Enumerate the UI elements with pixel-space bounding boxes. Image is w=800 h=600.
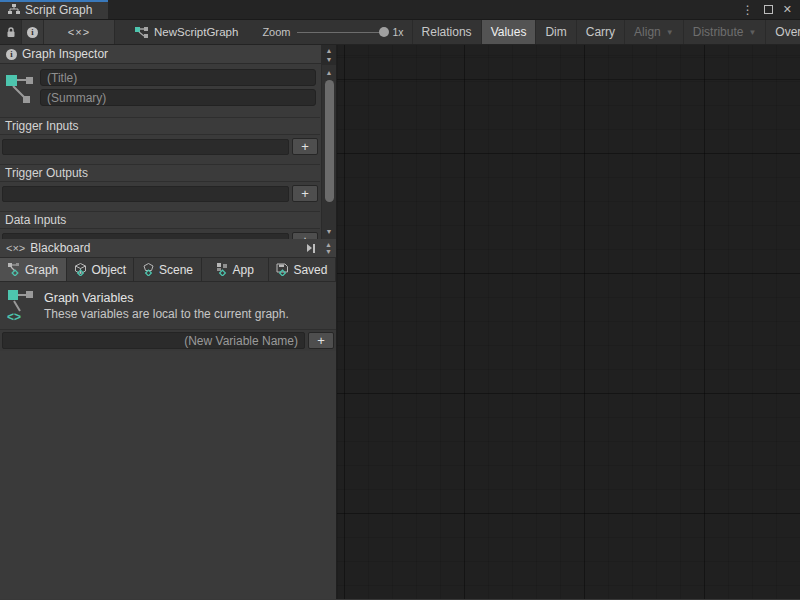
graph-meta-row — [0, 64, 320, 110]
close-icon[interactable]: ✕ — [783, 3, 792, 16]
blackboard-tabs: Graph Object Scene — [0, 258, 336, 282]
blackboard-toggle-button[interactable]: <×> — [44, 20, 115, 44]
maximize-panel-icon[interactable] — [307, 244, 317, 253]
lock-button[interactable] — [0, 20, 22, 44]
align-button[interactable]: Align▼ — [624, 20, 683, 44]
graph-name-group[interactable]: NewScriptGraph — [115, 20, 248, 44]
scroll-down-icon[interactable]: ▼ — [326, 227, 333, 236]
distribute-button[interactable]: Distribute▼ — [683, 20, 766, 44]
tab-object[interactable]: Object — [67, 258, 134, 281]
chevron-down-icon: ▼ — [666, 28, 674, 37]
tab-app[interactable]: App — [202, 258, 269, 281]
scrollbar-thumb[interactable] — [325, 80, 334, 202]
new-variable-name-input[interactable] — [2, 332, 305, 349]
add-trigger-input-button[interactable]: + — [292, 138, 318, 155]
title-field[interactable] — [40, 69, 316, 86]
graph-meta-fields — [40, 69, 316, 106]
cube-icon — [74, 263, 87, 276]
graph-variables-heading: Graph Variables — [44, 291, 289, 305]
trigger-inputs-row: + — [0, 135, 320, 157]
data-inputs-list[interactable] — [2, 233, 289, 240]
zoom-label: Zoom — [262, 26, 290, 38]
titlebar-controls: ⋮ ✕ — [742, 0, 800, 19]
tab-graph[interactable]: Graph — [0, 258, 67, 281]
sidebar: i Graph Inspector — [0, 45, 337, 599]
graph-inspector-panel: i Graph Inspector — [0, 45, 336, 239]
info-icon: i — [27, 27, 38, 38]
chevron-down-icon: ▼ — [748, 28, 756, 37]
toolbar-buttons: Relations Values Dim Carry Align▼ Distri… — [412, 20, 800, 44]
inspector-toggle-button[interactable]: i — [22, 20, 44, 44]
floppy-disk-icon — [276, 263, 289, 276]
blackboard-scroll-arrows[interactable]: ▲▼ — [325, 241, 332, 255]
data-inputs-row: + — [0, 229, 320, 239]
trigger-outputs-list[interactable] — [2, 186, 289, 202]
tab-scene[interactable]: Scene — [134, 258, 201, 281]
zoom-value: 1x — [393, 26, 404, 38]
dim-button[interactable]: Dim — [535, 20, 575, 44]
script-graph-window: Script Graph ⋮ ✕ i <×> NewScriptG — [0, 0, 800, 600]
graph-name-label: NewScriptGraph — [154, 26, 238, 38]
window-menu-icon[interactable]: ⋮ — [742, 3, 754, 17]
graph-variables-text: Graph Variables These variables are loca… — [44, 291, 289, 321]
svg-text:<>: <> — [7, 310, 21, 324]
scene-icon — [142, 263, 155, 276]
zoom-slider-handle[interactable] — [379, 27, 389, 37]
lock-icon — [6, 26, 16, 38]
info-icon: i — [6, 49, 17, 60]
graph-variables-icon: <> — [6, 288, 36, 324]
scroll-mini-arrows[interactable]: ▲▼ — [322, 45, 336, 65]
carry-button[interactable]: Carry — [576, 20, 624, 44]
titlebar: Script Graph ⋮ ✕ — [0, 0, 800, 20]
add-variable-button[interactable]: + — [308, 332, 334, 349]
graph-node-icon — [4, 69, 34, 105]
sitemap-icon — [8, 4, 20, 15]
blackboard-header: <×> Blackboard ▲▼ — [0, 239, 336, 258]
graph-inspector-content: Trigger Inputs + Trigger Outputs + Data … — [0, 64, 320, 239]
graph-tab-icon — [8, 263, 21, 276]
graph-inspector-header: i Graph Inspector — [0, 45, 336, 64]
graph-variables-description: These variables are local to the current… — [44, 307, 289, 321]
trigger-inputs-list[interactable] — [2, 139, 289, 155]
app-icon — [216, 263, 229, 276]
add-data-input-button[interactable]: + — [292, 232, 318, 239]
values-button[interactable]: Values — [481, 20, 536, 44]
add-trigger-output-button[interactable]: + — [292, 185, 318, 202]
overview-button[interactable]: Overview — [765, 20, 800, 44]
trigger-outputs-label: Trigger Outputs — [0, 164, 320, 182]
tab-saved[interactable]: Saved — [269, 258, 336, 281]
variables-icon: <×> — [6, 242, 25, 254]
tab-title: Script Graph — [25, 3, 92, 17]
maximize-icon[interactable] — [764, 5, 773, 14]
graph-asset-icon — [135, 26, 149, 38]
graph-inspector-title: Graph Inspector — [22, 47, 108, 61]
graph-canvas[interactable] — [337, 45, 800, 599]
blackboard-title: Blackboard — [30, 241, 90, 255]
zoom-slider[interactable] — [297, 32, 387, 33]
trigger-outputs-row: + — [0, 182, 320, 204]
inspector-scrollbar[interactable]: ▲▼ ▲ ▼ — [321, 45, 336, 239]
zoom-control: Zoom 1x — [248, 20, 411, 44]
relations-button[interactable]: Relations — [412, 20, 481, 44]
summary-field[interactable] — [40, 89, 316, 106]
main-area: i Graph Inspector — [0, 45, 800, 599]
trigger-inputs-label: Trigger Inputs — [0, 117, 320, 135]
new-variable-row: + — [0, 330, 336, 351]
data-inputs-label: Data Inputs — [0, 211, 320, 229]
graph-variables-info: <> Graph Variables These variables are l… — [0, 282, 336, 330]
tab-script-graph[interactable]: Script Graph — [0, 0, 108, 19]
scroll-up-icon[interactable]: ▲ — [326, 68, 333, 77]
variables-list-empty[interactable] — [0, 351, 336, 599]
toolbar: i <×> NewScriptGraph Zoom 1x Relations V… — [0, 20, 800, 45]
